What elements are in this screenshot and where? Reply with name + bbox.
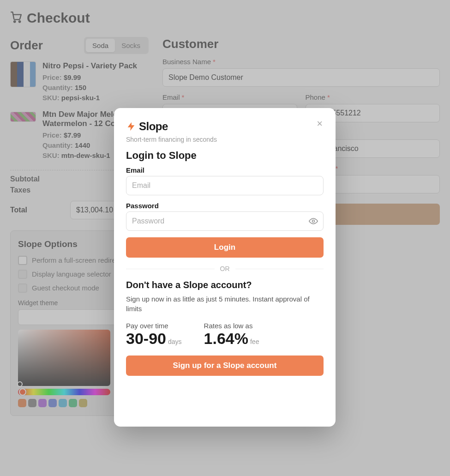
stat-label: Pay over time [126,322,168,330]
signup-button[interactable]: Sign up for a Slope account [126,355,324,376]
login-modal: × Slope Short-term financing in seconds … [114,108,336,427]
brand-text: Slope [139,120,168,133]
modal-password-label: Password [126,202,324,210]
svg-point-2 [312,220,315,223]
stat-unit: days [168,338,182,345]
login-button[interactable]: Login [126,237,324,258]
or-divider: OR [220,265,230,272]
login-heading: Login to Slope [126,150,324,162]
stat-value: 1.64% [204,330,248,347]
signup-text: Sign up now in as little as just 5 minut… [126,294,324,313]
stat-value: 30-90 [126,330,166,347]
signup-heading: Don't have a Slope account? [126,280,324,290]
stat-unit: fee [250,338,259,345]
tagline: Short-term financing in seconds [126,136,324,143]
close-icon[interactable]: × [314,117,325,130]
slope-logo: Slope [126,120,324,133]
modal-email-input[interactable] [126,176,324,195]
modal-email-label: Email [126,166,324,174]
eye-icon[interactable] [309,217,318,228]
modal-password-input[interactable] [126,211,324,231]
stat-label: Rates as low as [204,322,253,330]
bolt-icon [126,121,136,132]
